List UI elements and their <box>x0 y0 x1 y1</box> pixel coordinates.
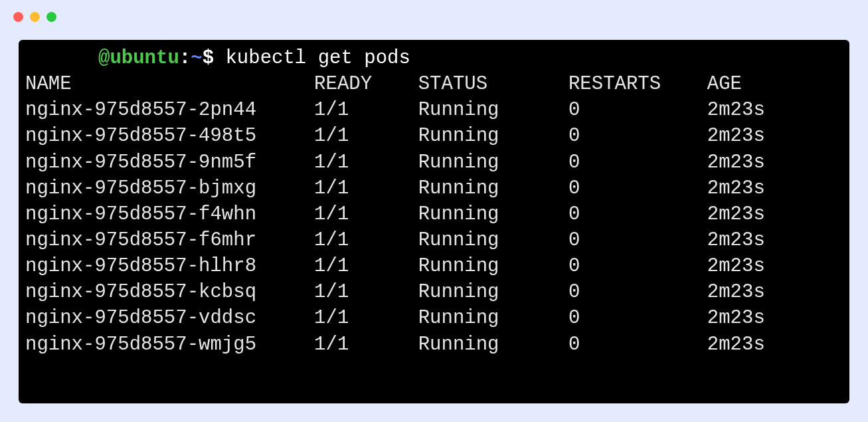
prompt-separator: : <box>179 47 191 69</box>
prompt-dollar: $ <box>203 47 214 69</box>
prompt-host: @ubuntu <box>98 47 179 69</box>
table-row: nginx-975d8557-9nm5f 1/1 Running 0 2m23s <box>25 150 843 175</box>
prompt-line: @ubuntu:~$ kubectl get pods <box>25 45 843 71</box>
table-row: nginx-975d8557-f4whn 1/1 Running 0 2m23s <box>25 201 843 227</box>
maximize-icon[interactable] <box>46 12 56 22</box>
table-row: nginx-975d8557-vddsc 1/1 Running 0 2m23s <box>25 305 843 331</box>
output-rows: nginx-975d8557-2pn44 1/1 Running 0 2m23s… <box>25 97 843 357</box>
table-row: nginx-975d8557-2pn44 1/1 Running 0 2m23s <box>25 97 843 123</box>
prompt-path: ~ <box>191 47 202 69</box>
minimize-icon[interactable] <box>30 12 40 22</box>
terminal-window: @ubuntu:~$ kubectl get pods NAME READY S… <box>0 0 868 422</box>
table-row: nginx-975d8557-f6mhr 1/1 Running 0 2m23s <box>25 227 843 253</box>
table-row: nginx-975d8557-kcbsq 1/1 Running 0 2m23s <box>25 279 843 305</box>
prompt-user-redacted <box>25 45 98 71</box>
close-icon[interactable] <box>13 12 23 22</box>
prompt-command: kubectl get pods <box>225 47 410 69</box>
table-row: nginx-975d8557-bjmxg 1/1 Running 0 2m23s <box>25 175 843 201</box>
titlebar <box>0 0 868 33</box>
table-row: nginx-975d8557-wmjg5 1/1 Running 0 2m23s <box>25 332 843 358</box>
table-row: nginx-975d8557-498t5 1/1 Running 0 2m23s <box>25 123 843 149</box>
output-header: NAME READY STATUS RESTARTS AGE <box>25 71 843 97</box>
terminal-body[interactable]: @ubuntu:~$ kubectl get pods NAME READY S… <box>19 40 849 403</box>
table-row: nginx-975d8557-hlhr8 1/1 Running 0 2m23s <box>25 253 843 279</box>
